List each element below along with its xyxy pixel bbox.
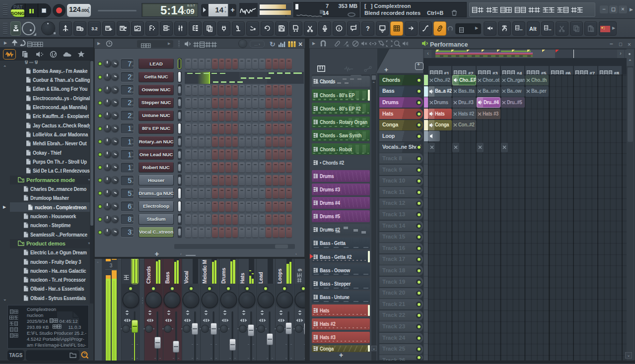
svg-text:3.2:: 3.2: — [91, 26, 98, 31]
svg-text:?: ? — [366, 25, 369, 32]
